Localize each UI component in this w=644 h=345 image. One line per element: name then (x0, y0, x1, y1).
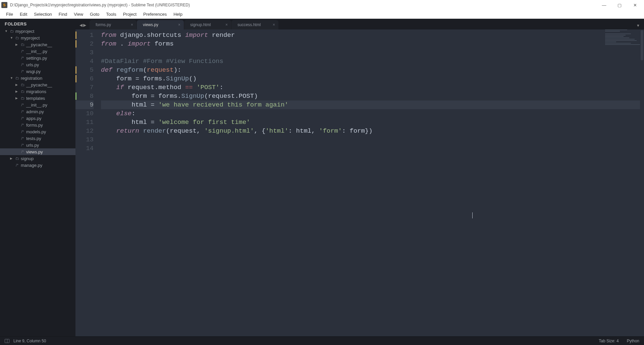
tree-item-label: __pycache__ (26, 82, 52, 87)
line-number[interactable]: 14 (75, 144, 94, 153)
code-line[interactable] (101, 144, 644, 153)
close-button[interactable]: ✕ (627, 0, 643, 10)
code-area[interactable]: 1234567891011121314 from django.shortcut… (75, 29, 644, 336)
chevron-icon[interactable]: ▼ (10, 36, 13, 40)
code-line[interactable]: html = 'we have recieved this form again… (101, 100, 644, 109)
tree-item---init---py[interactable]: /*__init__.py (0, 101, 75, 108)
code-line[interactable]: form = forms.SignUp(request.POST) (101, 92, 644, 100)
tree-item-views-py[interactable]: /*views.py (0, 148, 75, 155)
tree-item-migrations[interactable]: ▶🗀migrations (0, 88, 75, 95)
tree-item-urls-py[interactable]: /*urls.py (0, 61, 75, 68)
tree-item-models-py[interactable]: /*models.py (0, 128, 75, 135)
tree-item-manage-py[interactable]: /*manage.py (0, 162, 75, 168)
vertical-scrollbar[interactable] (640, 29, 644, 336)
close-icon[interactable]: × (178, 22, 180, 27)
tree-item-templates[interactable]: ▶🗀templates (0, 95, 75, 101)
tab-signup-html[interactable]: signup.html× (184, 20, 231, 29)
line-number[interactable]: 7 (75, 83, 94, 92)
tree-item-myproject[interactable]: ▼🗀myproject (0, 34, 75, 41)
folder-tree[interactable]: ▼🗀myproject▼🗀myproject▶🗀__pycache__/*__i… (0, 28, 75, 336)
tree-item-settings-py[interactable]: /*settings.py (0, 55, 75, 61)
menu-file[interactable]: File (3, 11, 16, 17)
chevron-icon[interactable]: ▼ (10, 76, 13, 80)
tree-item-label: registration (21, 76, 42, 81)
minimize-button[interactable]: — (596, 0, 612, 10)
tree-item-wsgi-py[interactable]: /*wsgi.py (0, 68, 75, 75)
line-number[interactable]: 9 (75, 100, 94, 109)
line-number[interactable]: 6 (75, 74, 94, 83)
tree-item-label: tests.py (26, 136, 41, 141)
history-back-icon[interactable]: ◀ (79, 23, 83, 27)
syntax-indicator[interactable]: Python (627, 339, 639, 343)
menu-goto[interactable]: Goto (87, 11, 103, 17)
line-number-gutter: 1234567891011121314 (75, 29, 98, 336)
file-icon: /* (20, 63, 25, 67)
line-number[interactable]: 4 (75, 57, 94, 66)
close-icon[interactable]: × (131, 22, 133, 27)
tab-overflow-icon[interactable]: ▼ (636, 23, 644, 29)
cursor-position[interactable]: Line 9, Column 50 (13, 339, 46, 343)
code-line[interactable]: form = forms.SignUp() (101, 74, 644, 83)
code-line[interactable]: if request.method == 'POST': (101, 83, 644, 92)
line-number[interactable]: 3 (75, 48, 94, 57)
maximize-button[interactable]: ▢ (612, 0, 627, 10)
menu-preferences[interactable]: Preferences (140, 11, 170, 17)
chevron-icon[interactable]: ▶ (15, 96, 19, 100)
tab-forms-py[interactable]: forms.py× (90, 20, 137, 29)
folder-icon: 🗀 (20, 96, 25, 100)
menu-find[interactable]: Find (55, 11, 70, 17)
code-line[interactable]: from django.shortcuts import render (101, 31, 644, 40)
tree-item-label: models.py (26, 129, 46, 134)
line-number[interactable]: 1 (75, 31, 94, 40)
code-line[interactable] (101, 48, 644, 57)
tab-success-html[interactable]: success.html× (231, 20, 278, 29)
tab-views-py[interactable]: views.py× (137, 20, 184, 29)
line-number[interactable]: 11 (75, 118, 94, 127)
tree-item-urls-py[interactable]: /*urls.py (0, 142, 75, 148)
menu-view[interactable]: View (70, 11, 87, 17)
chevron-icon[interactable]: ▶ (15, 90, 19, 93)
code-line[interactable]: #DataFlair #Form #View Functions (101, 57, 644, 66)
tree-item-forms-py[interactable]: /*forms.py (0, 122, 75, 128)
history-forward-icon[interactable]: ▶ (83, 23, 86, 27)
chevron-icon[interactable]: ▶ (15, 43, 19, 46)
menu-selection[interactable]: Selection (31, 11, 55, 17)
code-line[interactable]: return render(request, 'signup.html', {'… (101, 127, 644, 135)
tree-item-signup[interactable]: ▶🗀signup (0, 155, 75, 162)
chevron-icon[interactable]: ▼ (5, 29, 8, 33)
scrollbar-thumb[interactable] (641, 30, 643, 60)
tree-item-admin-py[interactable]: /*admin.py (0, 108, 75, 115)
line-number[interactable]: 13 (75, 135, 94, 144)
tree-item---pycache--[interactable]: ▶🗀__pycache__ (0, 41, 75, 48)
code-content[interactable]: from django.shortcuts import renderfrom … (98, 29, 644, 336)
code-line[interactable]: else: (101, 109, 644, 118)
line-number[interactable]: 2 (75, 40, 94, 48)
close-icon[interactable]: × (273, 22, 275, 27)
menu-project[interactable]: Project (120, 11, 140, 17)
tree-item-tests-py[interactable]: /*tests.py (0, 135, 75, 142)
chevron-icon[interactable]: ▶ (10, 157, 13, 160)
close-icon[interactable]: × (225, 22, 228, 27)
menu-help[interactable]: Help (170, 11, 186, 17)
tree-item---pycache--[interactable]: ▶🗀__pycache__ (0, 81, 75, 88)
tree-item---init---py[interactable]: /*__init__.py (0, 48, 75, 55)
menu-tools[interactable]: Tools (103, 11, 119, 17)
folder-icon: 🗀 (20, 83, 25, 87)
tab-size-indicator[interactable]: Tab Size: 4 (599, 339, 619, 343)
code-line[interactable]: def regform(request): (101, 66, 644, 74)
tree-item-registration[interactable]: ▼🗀registration (0, 75, 75, 81)
tree-item-myproject[interactable]: ▼🗀myproject (0, 28, 75, 34)
menu-edit[interactable]: Edit (16, 11, 31, 17)
panel-switcher-icon[interactable] (5, 339, 9, 343)
tree-item-label: __pycache__ (26, 42, 52, 47)
line-number[interactable]: 10 (75, 109, 94, 118)
tree-item-label: myproject (21, 36, 40, 41)
line-number[interactable]: 5 (75, 66, 94, 74)
code-line[interactable] (101, 135, 644, 144)
code-line[interactable]: from . import forms (101, 40, 644, 48)
code-line[interactable]: html = 'welcome for first time' (101, 118, 644, 127)
tree-item-apps-py[interactable]: /*apps.py (0, 115, 75, 122)
chevron-icon[interactable]: ▶ (15, 83, 19, 86)
line-number[interactable]: 8 (75, 92, 94, 100)
line-number[interactable]: 12 (75, 127, 94, 135)
